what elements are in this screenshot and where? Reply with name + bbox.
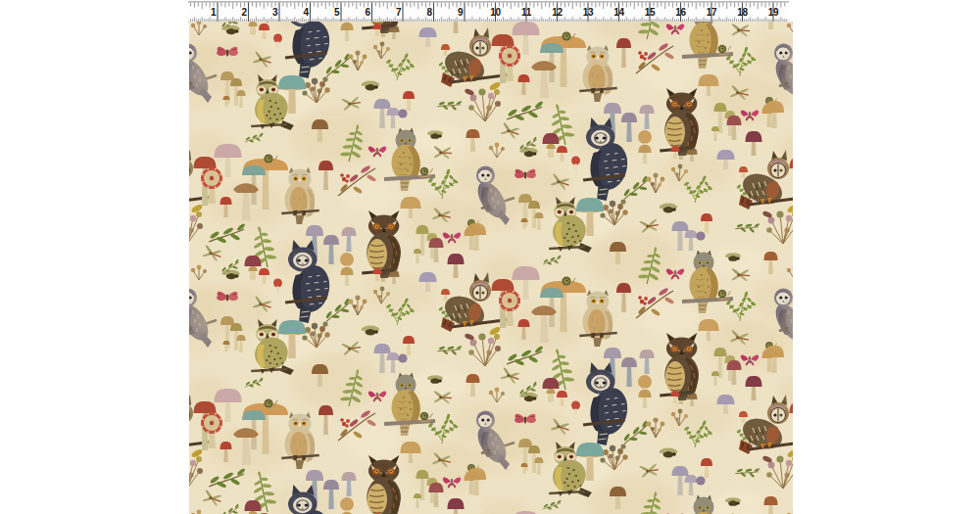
svg-text:18: 18 [737, 7, 748, 18]
svg-text:12: 12 [552, 7, 563, 18]
svg-text:6: 6 [365, 7, 370, 18]
svg-text:9: 9 [458, 7, 464, 18]
svg-text:3: 3 [272, 7, 278, 18]
svg-text:2: 2 [241, 7, 247, 18]
svg-text:1: 1 [211, 7, 217, 18]
svg-text:8: 8 [426, 7, 432, 18]
svg-text:17: 17 [707, 7, 717, 18]
svg-text:19: 19 [768, 7, 779, 18]
svg-text:5: 5 [334, 7, 340, 18]
svg-text:7: 7 [396, 7, 402, 18]
svg-text:10: 10 [490, 7, 501, 18]
svg-text:13: 13 [583, 7, 594, 18]
svg-text:16: 16 [675, 7, 686, 18]
svg-text:4: 4 [303, 7, 309, 18]
svg-text:15: 15 [645, 7, 656, 18]
svg-text:14: 14 [613, 7, 624, 18]
svg-text:11: 11 [521, 7, 532, 18]
